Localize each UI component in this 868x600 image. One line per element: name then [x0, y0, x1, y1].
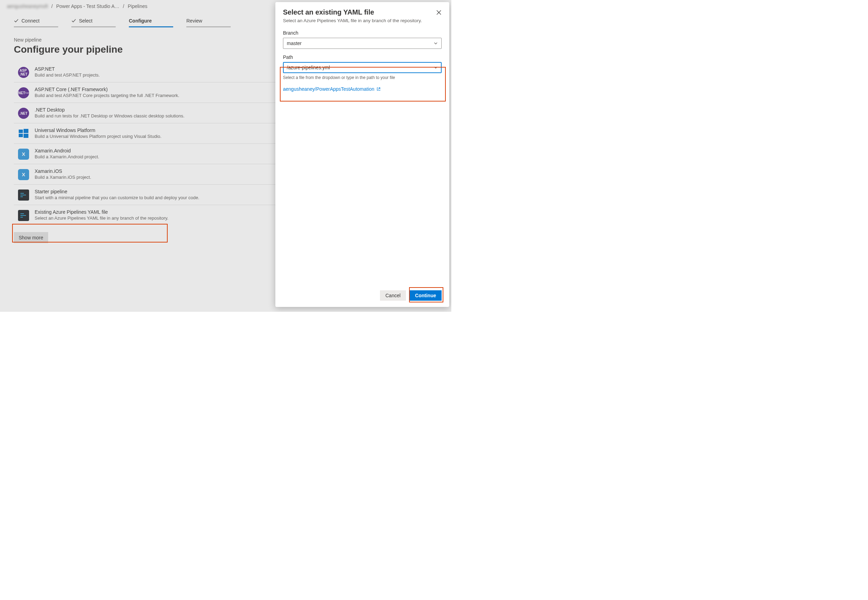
template-title: ASP.NET [35, 66, 100, 72]
aspnet-icon: ASP.NET [18, 67, 29, 78]
breadcrumb-sep: / [123, 3, 124, 9]
template-title: Starter pipeline [35, 189, 199, 194]
template-desc: Build and test ASP.NET Core projects tar… [35, 93, 179, 98]
template-title: ASP.NET Core (.NET Framework) [35, 86, 179, 92]
panel-title: Select an existing YAML file [283, 8, 442, 16]
template-desc: Build a Xamarin.iOS project. [35, 174, 91, 180]
template-desc: Build a Xamarin.Android project. [35, 154, 99, 159]
template-title: Existing Azure Pipelines YAML file [35, 209, 168, 215]
check-icon [71, 18, 76, 23]
template-title: Universal Windows Platform [35, 127, 161, 133]
branch-label: Branch [283, 30, 442, 36]
step-connect[interactable]: Connect [14, 18, 58, 27]
chevron-down-icon [434, 41, 438, 45]
chevron-down-icon [434, 65, 438, 70]
template-desc: Start with a minimal pipeline that you c… [35, 195, 199, 200]
breadcrumb-sep: / [51, 3, 53, 9]
step-label: Connect [21, 18, 39, 24]
svg-rect-12 [20, 215, 26, 216]
svg-rect-8 [20, 195, 26, 195]
breadcrumb-project[interactable]: Power Apps - Test Studio A… [56, 3, 120, 9]
template-desc: Build and test ASP.NET projects. [35, 73, 100, 77]
template-title: Xamarin.Android [35, 148, 99, 153]
path-select[interactable]: /azure-pipelines.yml [283, 62, 442, 73]
svg-rect-2 [19, 134, 23, 137]
yaml-select-panel: Select an existing YAML file Select an A… [276, 2, 449, 307]
template-title: Xamarin.iOS [35, 168, 91, 174]
repo-link-text: aengusheaney/PowerAppsTestAutomation [283, 86, 374, 92]
template-desc: Build a Universal Windows Platform proje… [35, 134, 161, 139]
repo-link[interactable]: aengusheaney/PowerAppsTestAutomation [283, 86, 442, 92]
net-desktop-icon: .NET [18, 108, 29, 119]
yaml-icon [18, 189, 29, 201]
windows-icon [18, 128, 29, 139]
template-title: .NET Desktop [35, 107, 185, 112]
step-label: Configure [129, 18, 152, 24]
template-desc: Build and run tests for .NET Desktop or … [35, 113, 185, 118]
svg-rect-9 [20, 196, 23, 197]
path-value: /azure-pipelines.yml [287, 65, 330, 70]
cancel-button[interactable]: Cancel [380, 290, 406, 301]
svg-rect-0 [19, 130, 23, 133]
path-help-text: Select a file from the dropdown or type … [283, 75, 442, 80]
panel-subtitle: Select an Azure Pipelines YAML file in a… [283, 18, 442, 24]
branch-value: master [287, 41, 302, 46]
svg-rect-7 [20, 193, 24, 194]
yaml-icon [18, 210, 29, 221]
svg-rect-3 [24, 134, 29, 138]
step-label: Select [79, 18, 92, 24]
show-more-button[interactable]: Show more [14, 232, 48, 243]
svg-rect-1 [24, 129, 29, 133]
path-label: Path [283, 55, 442, 60]
svg-rect-11 [20, 214, 24, 214]
template-desc: Select an Azure Pipelines YAML file in a… [35, 215, 168, 221]
step-select[interactable]: Select [71, 18, 116, 27]
step-configure[interactable]: Configure [129, 18, 173, 27]
close-button[interactable] [434, 8, 444, 17]
external-link-icon [377, 87, 381, 91]
xamarin-icon [18, 169, 29, 180]
step-label: Review [186, 18, 202, 24]
aspnet-core-icon: .NETCore [18, 87, 29, 98]
svg-rect-13 [20, 217, 23, 218]
close-icon [436, 10, 442, 15]
branch-select[interactable]: master [283, 38, 442, 49]
step-review[interactable]: Review [186, 18, 231, 27]
xamarin-icon [18, 148, 29, 160]
breadcrumb-page[interactable]: Pipelines [128, 3, 148, 9]
breadcrumb-org[interactable]: aengusheaneymsft [7, 3, 48, 9]
check-icon [14, 18, 19, 23]
continue-button[interactable]: Continue [409, 290, 442, 301]
